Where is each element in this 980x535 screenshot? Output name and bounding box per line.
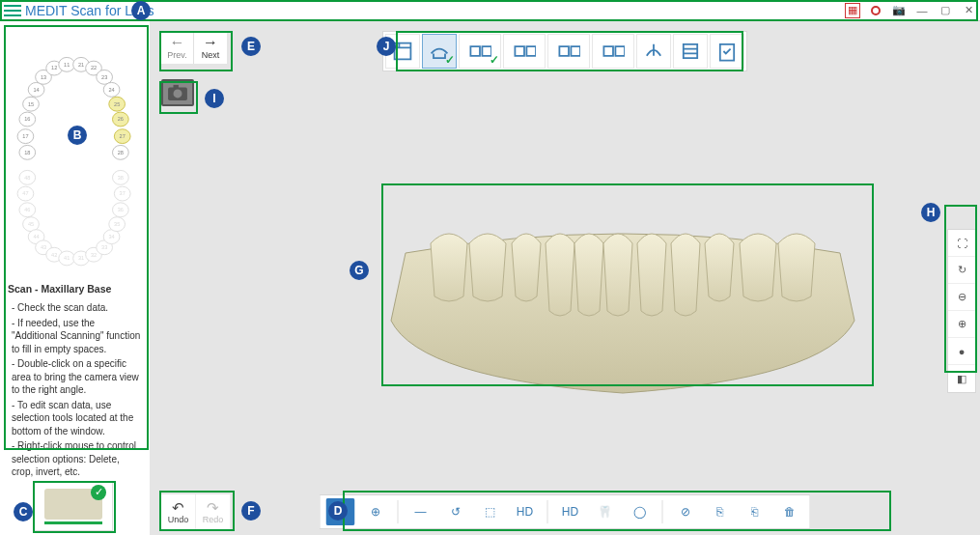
annotation-box-steps	[396, 31, 743, 71]
annotation-box-camera	[159, 81, 198, 114]
annotation-I: I	[205, 89, 224, 108]
annotation-box-undoredo	[159, 491, 235, 531]
annotation-J: J	[377, 37, 396, 56]
annotation-box-thumb	[33, 481, 116, 533]
annotation-H: H	[921, 203, 940, 222]
annotation-box-sidebar	[4, 25, 149, 450]
annotation-box-viewtools	[944, 205, 977, 373]
annotation-A: A	[131, 1, 151, 20]
annotation-G: G	[350, 261, 369, 280]
annotation-C: C	[14, 502, 33, 521]
annotation-box-bottomtools	[343, 491, 891, 531]
annotation-E: E	[241, 37, 261, 56]
annotation-B: B	[68, 126, 87, 145]
annotation-D: D	[328, 501, 348, 521]
annotation-box-nav	[159, 31, 233, 71]
annotation-box-viewport	[381, 183, 874, 386]
annotation-F: F	[241, 501, 261, 521]
